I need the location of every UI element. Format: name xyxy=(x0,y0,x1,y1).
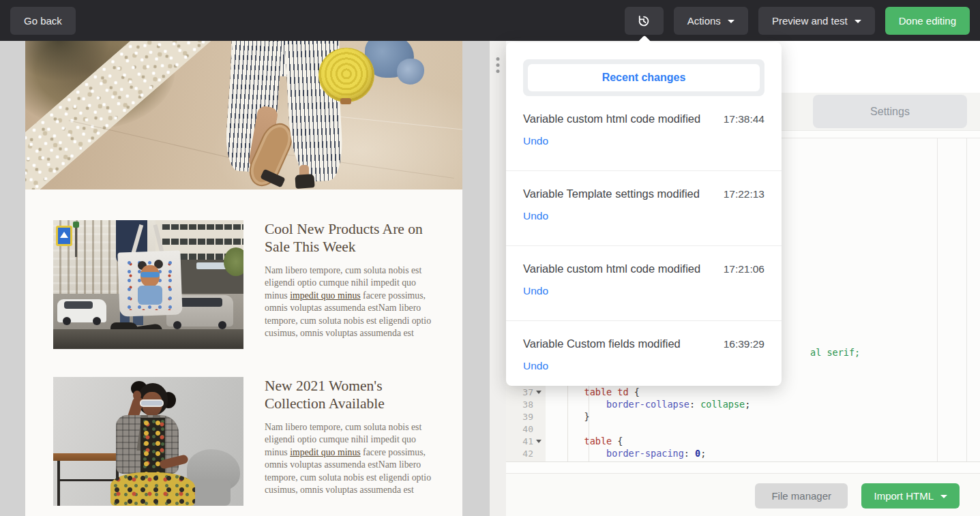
change-entry: Variable Custom fields modified 16:39:29… xyxy=(506,321,782,380)
code-line[interactable]: } xyxy=(562,410,750,423)
line-number: 40 xyxy=(506,424,533,434)
file-manager-button[interactable]: File manager xyxy=(755,483,848,509)
change-time: 17:22:13 xyxy=(724,187,764,200)
recent-changes-tab[interactable]: Recent changes xyxy=(528,64,760,91)
undo-link[interactable]: Undo xyxy=(523,285,548,297)
article-link[interactable]: impedit quo minus xyxy=(290,290,360,301)
caret-down-icon xyxy=(940,495,947,498)
article-photo-city[interactable] xyxy=(53,220,243,349)
change-title: Variable Template settings modified xyxy=(523,187,702,201)
editor-footer: File manager Import HTML xyxy=(506,473,980,516)
change-title: Variable custom html code modified xyxy=(523,262,702,276)
code-fragment: al serif; xyxy=(810,347,860,358)
code-line[interactable]: table { xyxy=(562,435,750,447)
change-title: Variable custom html code modified xyxy=(523,112,702,126)
preview-and-test-label: Preview and test xyxy=(772,15,848,27)
line-number: 41 xyxy=(506,436,533,446)
preview-and-test-dropdown-button[interactable]: Preview and test xyxy=(758,7,875,35)
toolbar-right-group: Actions Preview and test Done editing xyxy=(625,7,970,35)
caret-down-icon xyxy=(728,20,734,23)
article-heading[interactable]: New 2021 Women's Collection Available xyxy=(265,377,435,412)
table-shape xyxy=(53,453,124,461)
code-line[interactable]: border-spacing: 0; xyxy=(562,447,750,459)
drag-handle-icon[interactable] xyxy=(496,57,500,73)
article-block[interactable]: New 2021 Women's Collection Available Na… xyxy=(25,377,462,506)
change-time: 17:38:44 xyxy=(724,112,764,125)
email-preview-pane: Cool New Products Are on Sale This Week … xyxy=(0,41,490,516)
code-line[interactable]: table td { xyxy=(562,386,750,398)
history-icon xyxy=(636,14,651,29)
code-line[interactable]: border-collapse: collapse; xyxy=(562,398,750,410)
article-photo-portrait[interactable] xyxy=(53,377,243,506)
article-block[interactable]: Cool New Products Are on Sale This Week … xyxy=(25,220,462,349)
email-canvas: Cool New Products Are on Sale This Week … xyxy=(25,41,462,516)
change-title: Variable Custom fields modified xyxy=(523,337,681,351)
actions-dropdown-button[interactable]: Actions xyxy=(674,7,748,35)
article-body[interactable]: Nam libero tempore, cum soluta nobis est… xyxy=(265,264,435,339)
glasses-shape xyxy=(140,399,164,407)
top-toolbar: Go back Actions Preview and test Done ed… xyxy=(0,0,980,41)
change-time: 17:21:06 xyxy=(724,262,764,275)
change-entry: Variable custom html code modified 17:38… xyxy=(506,96,782,171)
actions-label: Actions xyxy=(687,15,721,27)
line-number: 39 xyxy=(506,412,533,422)
undo-link[interactable]: Undo xyxy=(523,135,548,147)
undo-link[interactable]: Undo xyxy=(523,210,548,222)
done-editing-button[interactable]: Done editing xyxy=(885,7,970,35)
import-html-button[interactable]: Import HTML xyxy=(861,483,960,509)
import-html-label: Import HTML xyxy=(874,490,934,502)
code-fold-arrow-icon[interactable] xyxy=(536,440,541,443)
change-time: 16:39:29 xyxy=(724,337,764,350)
popup-header-segment: Recent changes xyxy=(523,59,764,96)
code-line[interactable] xyxy=(562,423,750,435)
undo-link[interactable]: Undo xyxy=(523,360,548,372)
code-fold-arrow-icon[interactable] xyxy=(536,391,541,394)
article-heading[interactable]: Cool New Products Are on Sale This Week xyxy=(265,220,435,256)
line-number: 43 xyxy=(506,461,533,463)
article-link[interactable]: impedit quo minus xyxy=(290,447,360,457)
tree-shape xyxy=(224,247,243,276)
tab-settings[interactable]: Settings xyxy=(813,95,967,128)
history-button[interactable] xyxy=(625,7,664,35)
code-line[interactable]: border-collapse: collapse; xyxy=(562,459,750,462)
pane-divider[interactable] xyxy=(490,41,506,516)
change-entry: Variable Template settings modified 17:2… xyxy=(506,171,782,246)
article-body[interactable]: Nam libero tempore, cum soluta nobis est… xyxy=(265,421,435,496)
change-entry: Variable custom html code modified 17:21… xyxy=(506,246,782,321)
line-number: 38 xyxy=(506,399,533,410)
recent-changes-popup: Recent changes Variable custom html code… xyxy=(506,42,782,386)
yellow-straw-bag-shape xyxy=(318,48,374,102)
line-number: 42 xyxy=(506,449,533,459)
go-back-button[interactable]: Go back xyxy=(10,7,76,35)
code-lines: table td { border-collapse: collapse; } … xyxy=(562,386,750,462)
hero-photo[interactable] xyxy=(25,41,462,189)
caret-down-icon xyxy=(855,20,861,23)
line-number: 37 xyxy=(506,387,533,397)
